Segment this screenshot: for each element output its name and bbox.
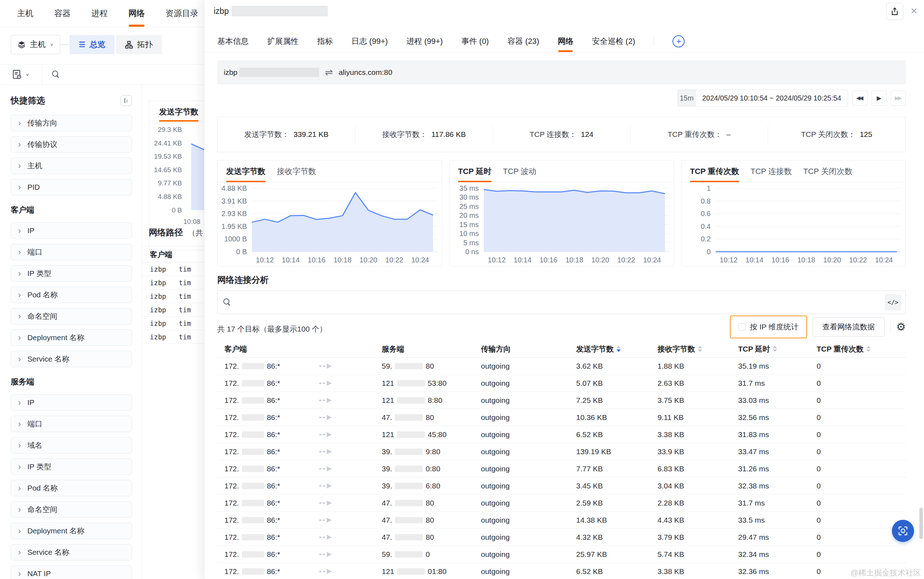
server-filter-item-1[interactable]: ›IP	[11, 394, 132, 411]
topnav-item-1[interactable]: 主机	[17, 0, 34, 27]
client-filter-item-5[interactable]: ›命名空间	[11, 308, 132, 324]
query-syntax-button[interactable]: </>	[885, 294, 901, 311]
client-ip-prefix: 172.	[224, 567, 239, 576]
drawer-tab-8[interactable]: 网络	[558, 31, 573, 52]
server-filter-item-5[interactable]: ›Pod 名称	[11, 480, 132, 496]
table-row[interactable]: 172.86:*39.6:80outgoing3.45 KB3.04 KB32.…	[217, 478, 906, 494]
chart-tab[interactable]: TCP 波动	[503, 160, 537, 182]
topnav-item-3[interactable]: 进程	[91, 0, 108, 27]
analysis-search-box[interactable]: </>	[217, 291, 906, 314]
drawer-tab-1[interactable]: 基本信息	[217, 31, 249, 52]
host-selector-dropdown[interactable]: 主机 ∨	[11, 35, 60, 54]
view-toggle-overview[interactable]: ☰ 总览	[70, 35, 115, 54]
chart-tab[interactable]: TCP 重传次数	[690, 160, 739, 182]
column-header-5[interactable]: 接收字节数	[652, 344, 733, 354]
svg-text:10:20: 10:20	[823, 256, 841, 264]
sort-icon[interactable]	[698, 346, 702, 352]
drawer-tab-7[interactable]: 容器 (23)	[507, 31, 539, 52]
summary-stats-bar: 发送字节数：339.21 KB接收字节数：117.86 KBTCP 连接数：12…	[217, 116, 906, 152]
path-table-row[interactable]: izbptim	[142, 303, 204, 317]
path-table-row[interactable]: izbptim	[142, 317, 204, 330]
client-filter-item-4[interactable]: ›Pod 名称	[11, 287, 132, 303]
inspect-floating-button[interactable]	[892, 520, 914, 542]
chart-tab[interactable]: 发送字节数	[226, 160, 265, 182]
connector-line	[60, 44, 70, 45]
forward-button[interactable]: ▶▶	[891, 90, 906, 106]
sort-icon[interactable]	[616, 346, 621, 352]
table-row[interactable]: 172.86:*1218:80outgoing7.25 KB3.75 KB33.…	[217, 392, 906, 409]
table-row[interactable]: 172.86:*47.80outgoing2.59 KB2.28 KB31.7 …	[217, 494, 906, 512]
view-toggle-topology[interactable]: 拓扑	[116, 35, 162, 54]
column-header-2[interactable]: 服务端	[377, 344, 476, 354]
mini-chart-tab[interactable]: 发送字节数	[159, 106, 198, 117]
chart-tab[interactable]: TCP 连接数	[750, 160, 792, 182]
table-row[interactable]: 172.86:*47.80outgoing4.32 KB3.79 KB29.47…	[217, 529, 906, 546]
server-filter-item-7[interactable]: ›Deployment 名称	[11, 523, 132, 539]
path-table-row[interactable]: izbptim	[142, 290, 204, 303]
column-header-3[interactable]: 传输方向	[476, 344, 571, 354]
ip-dimension-checkbox[interactable]	[739, 323, 745, 330]
server-filter-item-9[interactable]: ›NAT IP	[11, 566, 132, 579]
table-row[interactable]: 172.86:*39.0:80outgoing7.77 KB6.83 KB31.…	[217, 460, 906, 478]
path-table-row[interactable]: izbptim	[142, 330, 204, 344]
column-header-7[interactable]: TCP 重传次数	[812, 344, 906, 354]
chart-tab[interactable]: TCP 延时	[458, 160, 491, 182]
column-header-6[interactable]: TCP 延时	[733, 344, 812, 354]
time-range-picker[interactable]: 15m 2024/05/29 10:10:54 ~ 2024/05/29 10:…	[677, 90, 848, 106]
client-filter-item-6[interactable]: ›Deployment 名称	[11, 329, 132, 346]
chart-tab[interactable]: 接收字节数	[277, 160, 316, 182]
path-table-row[interactable]: izbptim	[142, 276, 204, 290]
table-row[interactable]: 172.86:*12153:80outgoing5.07 KB2.63 KB31…	[217, 375, 906, 392]
client-port: 86:*	[267, 447, 280, 456]
server-cell: 47.80	[377, 516, 476, 525]
rewind-button[interactable]: ◀◀	[852, 90, 867, 106]
server-filter-item-6[interactable]: ›命名空间	[11, 501, 132, 518]
server-filter-item-2[interactable]: ›端口	[11, 416, 132, 432]
drawer-tab-2[interactable]: 扩展属性	[267, 31, 298, 52]
drawer-tab-9[interactable]: 安全巡检 (2)	[592, 31, 635, 52]
topnav-item-5[interactable]: 资源目录	[165, 0, 198, 27]
search-icon[interactable]	[52, 70, 60, 79]
topnav-item-2[interactable]: 容器	[54, 0, 70, 27]
table-row[interactable]: 172.86:*12145:80outgoing6.52 KB3.38 KB31…	[217, 426, 906, 443]
server-filter-item-4[interactable]: ›IP 类型	[11, 458, 132, 475]
server-filter-item-8[interactable]: ›Service 名称	[11, 544, 132, 561]
sort-icon[interactable]	[866, 346, 870, 352]
table-row[interactable]: 172.86:*59.0outgoing25.97 KB5.74 KB32.34…	[217, 546, 906, 563]
drawer-tab-4[interactable]: 日志 (99+)	[351, 31, 388, 52]
table-row[interactable]: 172.86:*47.80outgoing14.38 KB4.43 KB33.5…	[217, 512, 906, 529]
quick-filter-item-3[interactable]: ›主机	[11, 158, 132, 174]
server-filter-item-3[interactable]: ›域名	[11, 437, 132, 453]
add-tab-button[interactable]: +	[672, 35, 685, 47]
path-client-cell-2: tim	[179, 333, 191, 341]
topnav-item-4[interactable]: 网络	[128, 0, 145, 27]
filter-label: 命名空间	[28, 504, 57, 514]
column-header-1[interactable]: 客户端	[217, 344, 377, 354]
table-row[interactable]: 172.86:*47.80outgoing10.36 KB9.11 KB32.5…	[217, 409, 906, 426]
quick-filter-item-1[interactable]: ›传输方向	[11, 115, 132, 131]
share-button[interactable]	[886, 3, 903, 20]
drawer-tab-3[interactable]: 指标	[317, 31, 333, 52]
quick-filter-item-4[interactable]: ›PID	[11, 179, 132, 195]
client-filter-item-1[interactable]: ›IP	[11, 222, 132, 239]
drawer-tab-5[interactable]: 进程 (99+)	[406, 31, 443, 52]
client-filter-item-2[interactable]: ›端口	[11, 244, 132, 260]
saved-filter-dropdown[interactable]: ∨	[0, 65, 42, 85]
chart-tab[interactable]: TCP 关闭次数	[803, 160, 852, 182]
play-button[interactable]: ▶	[872, 90, 886, 106]
column-header-4[interactable]: 发送字节数	[571, 344, 652, 354]
collapse-sidebar-button[interactable]: ‹	[121, 95, 132, 106]
quick-filter-item-2[interactable]: ›传输协议	[11, 136, 132, 152]
sort-icon[interactable]	[773, 346, 777, 352]
scrollbar-thumb[interactable]	[919, 508, 923, 539]
path-table-row[interactable]: izbptim	[142, 262, 204, 276]
gear-icon[interactable]: ⚙	[896, 322, 906, 332]
table-row[interactable]: 172.86:*12101:80outgoing6.52 KB3.38 KB32…	[217, 563, 906, 579]
client-filter-item-7[interactable]: ›Service 名称	[11, 351, 132, 367]
view-flow-data-button[interactable]: 查看网络流数据	[813, 317, 885, 337]
drawer-tab-6[interactable]: 事件 (0)	[461, 31, 489, 52]
client-filter-item-3[interactable]: ›IP 类型	[11, 265, 132, 282]
close-drawer-button[interactable]: ×	[906, 3, 922, 18]
table-row[interactable]: 172.86:*59.80outgoing3.62 KB1.88 KB35.19…	[217, 358, 906, 375]
table-row[interactable]: 172.86:*39.9:80outgoing139.19 KB33.9 KB3…	[217, 443, 906, 460]
